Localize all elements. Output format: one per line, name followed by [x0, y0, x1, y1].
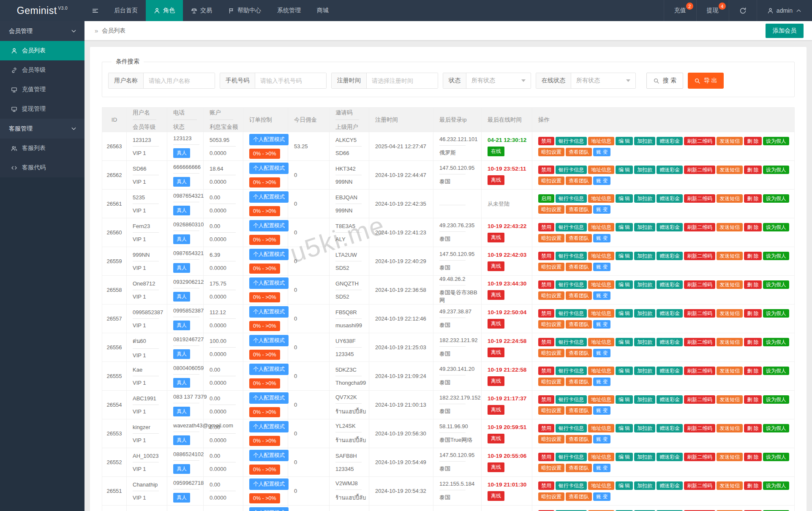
action-send-sms-button[interactable]: 发送短信: [717, 252, 743, 260]
action-address-info-button[interactable]: 地址信息: [588, 395, 614, 404]
action-bank-card-info-button[interactable]: 银行卡信息: [556, 481, 587, 490]
action-address-info-button[interactable]: 地址信息: [588, 194, 614, 203]
action-send-sms-button[interactable]: 发送短信: [717, 309, 743, 318]
action-address-info-button[interactable]: 地址信息: [588, 166, 614, 174]
action-edit-button[interactable]: 编 辑: [616, 280, 633, 289]
refresh-button[interactable]: [729, 0, 757, 21]
admin-user-menu[interactable]: admin: [757, 0, 812, 21]
action-send-sms-button[interactable]: 发送短信: [717, 395, 743, 404]
nav-item-dashboard[interactable]: 后台首页: [106, 0, 146, 21]
personal-config-mode-button[interactable]: 个人配置模式: [249, 478, 289, 490]
action-bank-card-info-button[interactable]: 银行卡信息: [556, 194, 587, 203]
action-address-info-button[interactable]: 地址信息: [588, 424, 614, 432]
action-view-team-button[interactable]: 查看团队: [566, 464, 592, 472]
action-account-change-button[interactable]: 账 变: [593, 464, 610, 472]
action-set-fake-button[interactable]: 设为假人: [763, 252, 789, 260]
percent-range-button[interactable]: 0% - >0%: [249, 206, 280, 216]
action-add-deduct-button[interactable]: 加扣款: [634, 194, 655, 203]
action-view-team-button[interactable]: 查看团队: [566, 406, 592, 415]
percent-range-button[interactable]: 0% - >0%: [249, 407, 280, 417]
action-set-fake-button[interactable]: 设为假人: [763, 367, 789, 375]
action-add-deduct-button[interactable]: 加扣款: [634, 137, 655, 145]
action-set-fake-button[interactable]: 设为假人: [763, 194, 789, 203]
action-set-fake-button[interactable]: 设为假人: [763, 166, 789, 174]
action-address-info-button[interactable]: 地址信息: [588, 338, 614, 346]
sidebar-collapse-button[interactable]: [84, 0, 106, 21]
action-send-sms-button[interactable]: 发送短信: [717, 166, 743, 174]
action-address-info-button[interactable]: 地址信息: [588, 481, 614, 490]
action-gift-bonus-button[interactable]: 赠送彩金: [657, 453, 683, 461]
action-address-info-button[interactable]: 地址信息: [588, 367, 614, 375]
action-disable-button[interactable]: 禁用: [538, 453, 554, 461]
action-account-change-button[interactable]: 账 变: [593, 320, 610, 329]
action-gift-bonus-button[interactable]: 赠送彩金: [657, 252, 683, 260]
percent-range-button[interactable]: 0% - >0%: [249, 292, 280, 302]
action-bank-card-info-button[interactable]: 银行卡信息: [556, 252, 587, 260]
action-disable-button[interactable]: 禁用: [538, 424, 554, 432]
action-add-deduct-button[interactable]: 加扣款: [634, 223, 655, 231]
action-hidden-deduct-settings-button[interactable]: 暗扣设置: [538, 406, 564, 415]
action-disable-button[interactable]: 禁用: [538, 252, 554, 260]
add-member-button[interactable]: 添加会员: [766, 24, 804, 38]
action-account-change-button[interactable]: 账 变: [593, 406, 610, 415]
action-account-change-button[interactable]: 账 变: [593, 435, 610, 443]
action-account-change-button[interactable]: 账 变: [593, 177, 610, 185]
action-bank-card-info-button[interactable]: 银行卡信息: [556, 367, 587, 375]
action-view-team-button[interactable]: 查看团队: [566, 291, 592, 300]
action-delete-button[interactable]: 删 除: [744, 453, 761, 461]
action-gift-bonus-button[interactable]: 赠送彩金: [657, 280, 683, 289]
percent-range-button[interactable]: 0% - >0%: [249, 321, 280, 331]
nav-item-system[interactable]: 系统管理: [269, 0, 309, 21]
action-hidden-deduct-settings-button[interactable]: 暗扣设置: [538, 177, 564, 185]
action-edit-button[interactable]: 编 辑: [616, 166, 633, 174]
action-account-change-button[interactable]: 账 变: [593, 349, 610, 357]
action-refresh-qrcode-button[interactable]: 刷新二维码: [684, 395, 715, 404]
sidebar-group-member-management[interactable]: 会员管理: [0, 21, 84, 41]
personal-config-mode-button[interactable]: 个人配置模式: [249, 134, 289, 145]
online-status-select[interactable]: 所有状态: [571, 73, 635, 88]
sidebar-group-service-management[interactable]: 客服管理: [0, 119, 84, 139]
action-refresh-qrcode-button[interactable]: 刷新二维码: [684, 194, 715, 203]
action-hidden-deduct-settings-button[interactable]: 暗扣设置: [538, 492, 564, 501]
action-disable-button[interactable]: 禁用: [538, 395, 554, 404]
action-refresh-qrcode-button[interactable]: 刷新二维码: [684, 481, 715, 490]
action-set-fake-button[interactable]: 设为假人: [763, 280, 789, 289]
personal-config-mode-button[interactable]: 个人配置模式: [249, 163, 289, 174]
action-delete-button[interactable]: 删 除: [744, 252, 761, 260]
action-add-deduct-button[interactable]: 加扣款: [634, 280, 655, 289]
action-account-change-button[interactable]: 账 变: [593, 263, 610, 271]
action-hidden-deduct-settings-button[interactable]: 暗扣设置: [538, 320, 564, 329]
action-bank-card-info-button[interactable]: 银行卡信息: [556, 280, 587, 289]
action-bank-card-info-button[interactable]: 银行卡信息: [556, 424, 587, 432]
action-send-sms-button[interactable]: 发送短信: [717, 367, 743, 375]
action-account-change-button[interactable]: 账 变: [593, 378, 610, 386]
sidebar-item-service-list[interactable]: 客服列表: [0, 139, 84, 158]
username-input[interactable]: [144, 73, 215, 88]
action-address-info-button[interactable]: 地址信息: [588, 252, 614, 260]
action-enable-button[interactable]: 启用: [538, 194, 554, 203]
percent-range-button[interactable]: 0% - >0%: [249, 177, 280, 188]
action-bank-card-info-button[interactable]: 银行卡信息: [556, 137, 587, 145]
action-account-change-button[interactable]: 账 变: [593, 234, 610, 242]
action-bank-card-info-button[interactable]: 银行卡信息: [556, 395, 587, 404]
nav-item-mall[interactable]: 商城: [309, 0, 337, 21]
action-gift-bonus-button[interactable]: 赠送彩金: [657, 367, 683, 375]
action-view-team-button[interactable]: 查看团队: [566, 349, 592, 357]
sidebar-item-member-list[interactable]: 会员列表: [0, 41, 84, 60]
personal-config-mode-button[interactable]: 个人配置模式: [249, 364, 289, 375]
personal-config-mode-button[interactable]: 个人配置模式: [249, 421, 289, 432]
action-set-fake-button[interactable]: 设为假人: [763, 453, 789, 461]
action-hidden-deduct-settings-button[interactable]: 暗扣设置: [538, 464, 564, 472]
action-add-deduct-button[interactable]: 加扣款: [634, 367, 655, 375]
action-view-team-button[interactable]: 查看团队: [566, 435, 592, 443]
action-send-sms-button[interactable]: 发送短信: [717, 137, 743, 145]
personal-config-mode-button[interactable]: 个人配置模式: [249, 335, 289, 346]
action-bank-card-info-button[interactable]: 银行卡信息: [556, 453, 587, 461]
action-edit-button[interactable]: 编 辑: [616, 223, 633, 231]
action-account-change-button[interactable]: 账 变: [593, 148, 610, 156]
action-disable-button[interactable]: 禁用: [538, 309, 554, 318]
sidebar-item-member-level[interactable]: 会员等级: [0, 60, 84, 80]
action-hidden-deduct-settings-button[interactable]: 暗扣设置: [538, 435, 564, 443]
nav-item-trade[interactable]: 交易: [183, 0, 220, 21]
action-refresh-qrcode-button[interactable]: 刷新二维码: [684, 367, 715, 375]
